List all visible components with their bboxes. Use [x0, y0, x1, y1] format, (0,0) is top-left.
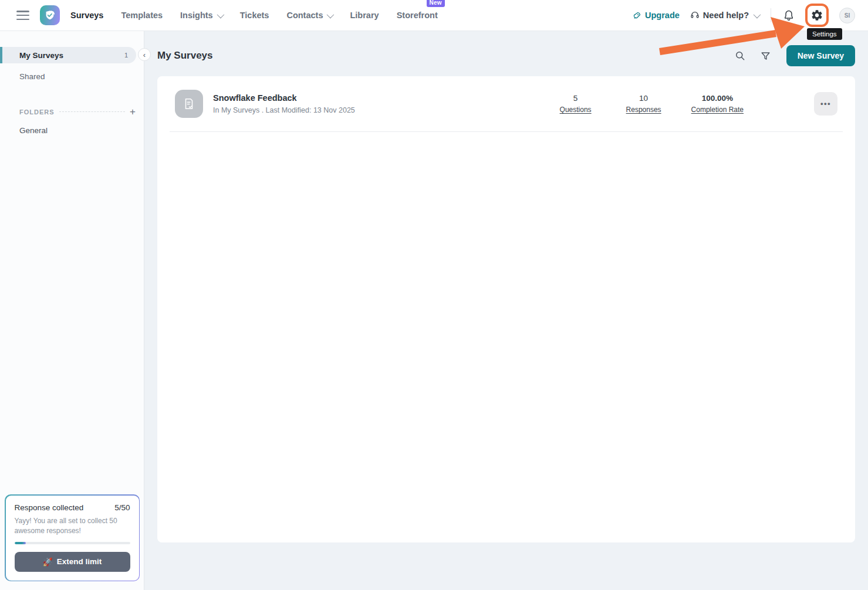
- completion-rate-value: 100.00%: [691, 94, 744, 103]
- bell-icon: [783, 9, 795, 21]
- sidebar-item-shared[interactable]: Shared: [0, 68, 144, 84]
- nav-item-insights[interactable]: Insights: [180, 11, 222, 20]
- survey-info: Snowflake Feedback In My Surveys . Last …: [213, 93, 555, 114]
- response-usage-widget: Response collected 5/50 Yayy! You are al…: [5, 494, 140, 581]
- nav-item-library[interactable]: Library: [350, 11, 379, 20]
- top-navbar: Surveys Templates Insights Tickets Conta…: [0, 0, 868, 31]
- app-window: Surveys Templates Insights Tickets Conta…: [0, 0, 868, 590]
- survey-name[interactable]: Snowflake Feedback: [213, 93, 555, 103]
- usage-count: 5/50: [114, 503, 130, 512]
- new-survey-button[interactable]: New Survey: [786, 45, 855, 66]
- nav-item-templates[interactable]: Templates: [121, 11, 163, 20]
- page-title: My Surveys: [157, 50, 213, 62]
- notifications-button[interactable]: [783, 9, 795, 21]
- chevron-down-icon: [217, 11, 224, 18]
- primary-nav: Surveys Templates Insights Tickets Conta…: [70, 11, 438, 20]
- sidebar: My Surveys 1 Shared FOLDERS + General Re…: [0, 31, 144, 590]
- survey-meta: In My Surveys . Last Modified: 13 Nov 20…: [213, 106, 555, 114]
- hamburger-menu-icon[interactable]: [16, 11, 29, 20]
- survey-stats: 5 Questions 10 Responses 100.00% Complet…: [555, 94, 744, 114]
- sidebar-item-my-surveys[interactable]: My Surveys 1: [0, 47, 136, 63]
- add-folder-button[interactable]: +: [130, 107, 136, 117]
- chevron-down-icon: [327, 11, 335, 18]
- questions-link[interactable]: Questions: [555, 106, 596, 114]
- settings-tooltip: Settings: [807, 28, 842, 40]
- survey-list-item[interactable]: Snowflake Feedback In My Surveys . Last …: [170, 76, 843, 132]
- need-help-menu[interactable]: Need help?: [690, 11, 759, 20]
- gear-icon: [810, 9, 823, 22]
- surveysparrow-logo[interactable]: [40, 5, 60, 25]
- folders-label: FOLDERS: [19, 108, 55, 116]
- headset-icon: [690, 11, 700, 20]
- search-button[interactable]: [734, 50, 746, 62]
- stat-completion-rate: 100.00% Completion Rate: [691, 94, 744, 114]
- usage-title: Response collected: [15, 503, 84, 512]
- survey-options-button[interactable]: •••: [814, 92, 837, 116]
- upgrade-link[interactable]: Upgrade: [633, 11, 680, 20]
- completion-rate-link[interactable]: Completion Rate: [691, 106, 744, 114]
- sidebar-collapse-button[interactable]: ‹: [138, 48, 151, 61]
- stat-responses: 10 Responses: [623, 94, 664, 114]
- sidebar-folder-general[interactable]: General: [0, 126, 144, 135]
- user-avatar[interactable]: SI: [839, 8, 855, 23]
- main-header: My Surveys New Survey: [145, 31, 868, 66]
- nav-item-contacts[interactable]: Contacts: [286, 11, 332, 20]
- questions-count: 5: [555, 94, 596, 103]
- folders-section-header: FOLDERS +: [19, 107, 136, 117]
- nav-item-surveys[interactable]: Surveys: [70, 11, 103, 20]
- nav-item-storefront[interactable]: Storefront New: [397, 11, 438, 20]
- chevron-down-icon: [754, 11, 761, 18]
- usage-message: Yayy! You are all set to collect 50 awes…: [15, 516, 130, 536]
- navbar-right: Upgrade Need help?: [633, 4, 855, 27]
- filter-funnel-icon: [760, 50, 771, 62]
- rocket-icon: [633, 11, 641, 20]
- extend-limit-button[interactable]: 🚀 Extend limit: [15, 552, 130, 572]
- survey-thumbnail: [175, 90, 203, 118]
- search-icon: [734, 50, 746, 62]
- divider: [771, 8, 771, 22]
- responses-link[interactable]: Responses: [623, 106, 664, 114]
- rocket-emoji-icon: 🚀: [43, 557, 53, 567]
- filter-button[interactable]: [760, 50, 771, 62]
- survey-document-icon: [183, 97, 195, 110]
- new-badge: New: [427, 0, 445, 7]
- main-content: ‹ My Surveys New Survey: [145, 31, 868, 590]
- survey-count-badge: 1: [124, 52, 128, 59]
- sparrow-logo-icon: [43, 9, 56, 22]
- stat-questions: 5 Questions: [555, 94, 596, 114]
- divider: [59, 111, 126, 112]
- nav-item-tickets[interactable]: Tickets: [240, 11, 269, 20]
- surveys-list-card: Snowflake Feedback In My Surveys . Last …: [157, 76, 855, 542]
- responses-count: 10: [623, 94, 664, 103]
- settings-button[interactable]: [805, 4, 829, 27]
- usage-progress-fill: [15, 542, 26, 544]
- usage-progress-bar: [15, 542, 130, 544]
